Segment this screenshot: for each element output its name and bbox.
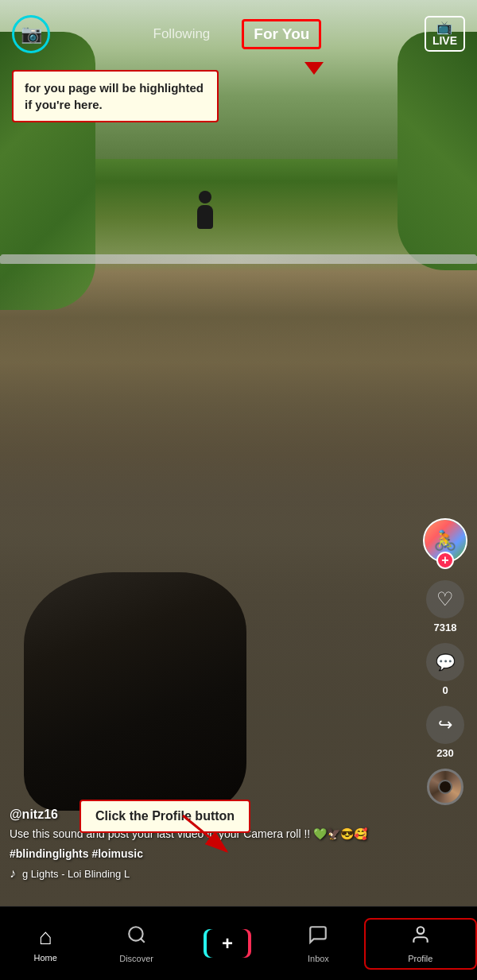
share-icon: ↪ xyxy=(426,706,464,744)
inbox-nav-label: Inbox xyxy=(308,954,329,963)
discover-nav-label: Discover xyxy=(119,954,153,963)
svg-point-4 xyxy=(417,927,424,934)
cyclist-body xyxy=(197,205,213,229)
comment-button[interactable]: 💬 0 xyxy=(426,643,464,696)
profile-icon xyxy=(410,924,431,951)
comment-icon: 💬 xyxy=(426,643,464,681)
create-button[interactable]: + xyxy=(207,929,248,958)
heart-icon: ♡ xyxy=(426,580,464,618)
home-nav-item[interactable]: ⌂ Home xyxy=(0,918,91,969)
discover-icon xyxy=(126,924,147,951)
svg-point-2 xyxy=(129,927,142,940)
right-actions: 🚴 + ♡ 7318 💬 0 ↪ 230 xyxy=(423,518,467,805)
create-nav-item[interactable]: + xyxy=(182,923,273,964)
nav-tabs: Following For You xyxy=(153,19,322,49)
inbox-icon xyxy=(308,924,328,951)
like-button[interactable]: ♡ 7318 xyxy=(426,580,464,633)
inbox-nav-item[interactable]: Inbox xyxy=(273,918,363,970)
video-background xyxy=(0,0,477,906)
share-button[interactable]: ↪ 230 xyxy=(426,706,464,759)
creator-avatar-container[interactable]: 🚴 + xyxy=(423,518,467,563)
top-navigation: 📷 Following For You 📺 LIVE xyxy=(0,0,477,68)
shares-count: 230 xyxy=(436,747,454,759)
profile-nav-label: Profile xyxy=(408,954,432,963)
guardrail xyxy=(0,254,477,264)
music-text: g Lights - Loi Blinding L xyxy=(22,868,130,880)
tooltip-arrow-top xyxy=(304,62,324,75)
discover-nav-item[interactable]: Discover xyxy=(91,918,181,970)
profile-tooltip-arrow xyxy=(175,812,238,862)
music-note-icon: ♪ xyxy=(10,866,16,881)
music-disc[interactable] xyxy=(427,769,463,805)
live-button[interactable]: 📺 LIVE xyxy=(425,16,465,52)
for-you-tooltip: for you page will be highlighted if you'… xyxy=(12,70,219,122)
backpack-figure xyxy=(24,572,246,811)
svg-line-3 xyxy=(141,939,145,943)
live-label: LIVE xyxy=(432,35,457,47)
plus-inner: + xyxy=(207,929,248,958)
tv-icon: 📺 xyxy=(436,21,452,35)
for-you-tooltip-text: for you page will be highlighted if you'… xyxy=(25,81,204,111)
cyclist-head xyxy=(199,191,211,203)
bottom-navigation: ⌂ Home Discover + Inbox xyxy=(0,906,477,980)
home-icon: ⌂ xyxy=(39,924,52,950)
cyclist-figure xyxy=(191,191,219,238)
camera-button[interactable]: 📷 xyxy=(12,15,50,53)
svg-line-1 xyxy=(183,815,227,851)
follow-button[interactable]: + xyxy=(436,552,454,569)
following-tab[interactable]: Following xyxy=(153,22,211,46)
likes-count: 7318 xyxy=(434,622,457,633)
music-info[interactable]: ♪ g Lights - Loi Blinding L xyxy=(10,866,413,881)
for-you-tab[interactable]: For You xyxy=(242,19,321,49)
comments-count: 0 xyxy=(442,684,448,696)
camera-icon: 📷 xyxy=(21,24,42,45)
profile-nav-item[interactable]: Profile xyxy=(364,918,477,970)
foliage-right xyxy=(398,32,477,270)
home-nav-label: Home xyxy=(34,953,57,963)
